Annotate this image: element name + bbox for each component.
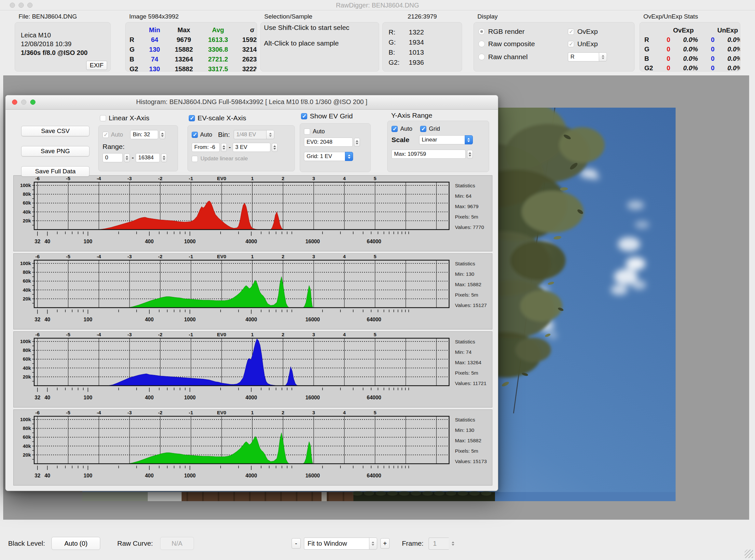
svg-text:4: 4 <box>343 254 346 259</box>
stepper-icon <box>266 130 274 139</box>
raw-curve-button[interactable]: N/A <box>160 537 194 550</box>
save-png-button[interactable]: Save PNG <box>21 146 90 156</box>
grid-step-select[interactable]: Grid: 1 EV <box>304 152 353 161</box>
histogram-titlebar[interactable]: Histogram: BENJ8604.DNG Full-5984x3992 [… <box>5 95 498 109</box>
checkbox-icon <box>301 113 307 119</box>
histogram-chart-g2: 100k80k60k40k20k-6-5-4-3-2-1EV0123453240… <box>14 410 492 485</box>
histogram-controls: Save CSV Save PNG Save Full Data Linear … <box>5 109 498 175</box>
svg-text:32: 32 <box>35 239 40 244</box>
svg-text:5: 5 <box>373 254 376 259</box>
svg-text:-1: -1 <box>189 254 193 259</box>
svg-text:Statistics: Statistics <box>455 417 475 422</box>
svg-text:Min: 74: Min: 74 <box>455 349 471 355</box>
ovexp-checkbox[interactable]: OvExp <box>568 28 634 36</box>
svg-text:5: 5 <box>373 410 376 415</box>
svg-text:1: 1 <box>251 176 253 181</box>
svg-text:1000: 1000 <box>184 239 196 244</box>
save-csv-button[interactable]: Save CSV <box>21 126 90 136</box>
checkbox-icon <box>304 128 310 135</box>
linear-bin-input[interactable]: Bin: 32 <box>130 130 158 139</box>
range-to-stepper[interactable] <box>161 154 167 162</box>
range-to-input[interactable]: 16384 <box>136 153 160 162</box>
svg-text:-2: -2 <box>158 410 162 415</box>
raw-channel-select[interactable]: R <box>568 52 634 61</box>
cursor-coordinates: 2126:3979 <box>382 13 462 21</box>
svg-text:80k: 80k <box>23 191 31 197</box>
svg-text:5: 5 <box>373 332 376 337</box>
fit-mode-select[interactable]: Fit to Window <box>304 538 377 549</box>
ev-bin-select[interactable]: 1/48 EV <box>234 130 274 139</box>
stepper-icon <box>345 152 353 161</box>
svg-text:32: 32 <box>35 473 40 478</box>
svg-text:40: 40 <box>44 473 51 478</box>
evgrid-auto-checkbox[interactable]: Auto <box>304 128 367 135</box>
svg-text:Max: 15882: Max: 15882 <box>455 438 481 443</box>
checkbox-icon <box>192 156 198 162</box>
svg-text:100: 100 <box>84 473 92 478</box>
ev-to-stepper[interactable] <box>272 143 277 152</box>
linear-bin-stepper[interactable] <box>159 131 165 139</box>
file-panel-label: File: BENJ8604.DNG <box>19 13 111 21</box>
unexp-checkbox[interactable]: UnExp <box>568 40 634 48</box>
save-full-data-button[interactable]: Save Full Data <box>21 166 90 177</box>
frame-input[interactable]: 1 <box>429 538 457 549</box>
black-level-button[interactable]: Auto (0) <box>52 537 100 550</box>
svg-text:-3: -3 <box>127 332 132 337</box>
ev0-stepper[interactable] <box>354 138 360 147</box>
ev-auto-checkbox[interactable] <box>192 132 198 138</box>
show-ev-grid-checkbox[interactable]: Show EV Grid <box>301 112 353 120</box>
range-from-stepper[interactable] <box>124 154 130 162</box>
svg-text:Statistics: Statistics <box>455 183 475 188</box>
channel-label: R <box>125 35 142 44</box>
histogram-window[interactable]: Histogram: BENJ8604.DNG Full-5984x3992 [… <box>5 95 498 491</box>
svg-text:-6: -6 <box>36 410 40 415</box>
image-stats-table: MinMaxAvgσR6496791613.31592.8G1301588233… <box>125 22 257 72</box>
ev0-input[interactable]: EV0: 2048 <box>304 138 353 147</box>
rgb-render-radio[interactable]: RGB render <box>478 28 568 36</box>
yaxis-scale-select[interactable]: Linear <box>419 135 473 144</box>
yaxis-auto-checkbox[interactable] <box>391 126 398 132</box>
histogram-panel-g2: 100k80k60k40k20k-6-5-4-3-2-1EV0123453240… <box>13 409 492 485</box>
svg-text:-1: -1 <box>189 176 193 181</box>
svg-text:Pixels: 5m: Pixels: 5m <box>455 448 478 454</box>
svg-text:Min: 130: Min: 130 <box>455 271 475 277</box>
ev-from-input[interactable]: From: -6 <box>192 143 220 152</box>
exif-button[interactable]: EXIF <box>86 61 107 70</box>
svg-text:-2: -2 <box>158 176 162 181</box>
yaxis-max-input[interactable]: Max: 109759 <box>391 149 466 159</box>
raw-channel-radio[interactable]: Raw channel <box>478 53 568 61</box>
update-linear-scale-checkbox[interactable]: Update linear scale <box>192 156 291 162</box>
linear-xaxis-checkbox[interactable]: Linear X-Axis <box>100 114 149 122</box>
selection-panel: Selection/Sample Use Shift-Click to star… <box>260 13 379 72</box>
image-table-header: σ <box>236 25 257 35</box>
ev-from-stepper[interactable] <box>221 143 227 152</box>
sample-channel-value: 1322 <box>409 27 462 37</box>
svg-text:Min: 130: Min: 130 <box>455 427 475 433</box>
svg-text:400: 400 <box>145 395 154 400</box>
svg-text:2: 2 <box>282 332 284 337</box>
min-value: 130 <box>142 64 167 72</box>
svg-text:-4: -4 <box>97 176 101 181</box>
range-from-input[interactable]: 0 <box>102 153 123 162</box>
ev-scale-xaxis-checkbox[interactable]: EV-scale X-Axis <box>189 114 246 122</box>
resize-grip[interactable] <box>744 549 753 558</box>
svg-text:EV0: EV0 <box>217 332 226 337</box>
svg-text:3: 3 <box>312 254 315 259</box>
svg-text:16000: 16000 <box>305 473 320 478</box>
histogram-chart-g: 100k80k60k40k20k-6-5-4-3-2-1EV0123453240… <box>14 254 492 329</box>
ev-to-input[interactable]: 3 EV <box>233 143 270 152</box>
yaxis-max-stepper[interactable] <box>467 150 473 159</box>
zoom-in-button[interactable]: + <box>381 538 390 548</box>
raw-composite-radio[interactable]: Raw composite <box>478 40 568 48</box>
yaxis-grid-checkbox[interactable] <box>420 126 426 132</box>
linear-auto-checkbox[interactable] <box>102 132 109 138</box>
zoom-out-button[interactable]: - <box>292 538 301 548</box>
svg-text:400: 400 <box>145 239 154 244</box>
svg-text:1: 1 <box>251 332 253 337</box>
checkbox-icon <box>568 41 574 47</box>
unexp-percent: 0.0% <box>720 54 740 63</box>
svg-text:20k: 20k <box>23 218 31 223</box>
radio-icon <box>478 54 485 60</box>
svg-text:2: 2 <box>282 176 284 181</box>
svg-text:4: 4 <box>343 176 346 181</box>
